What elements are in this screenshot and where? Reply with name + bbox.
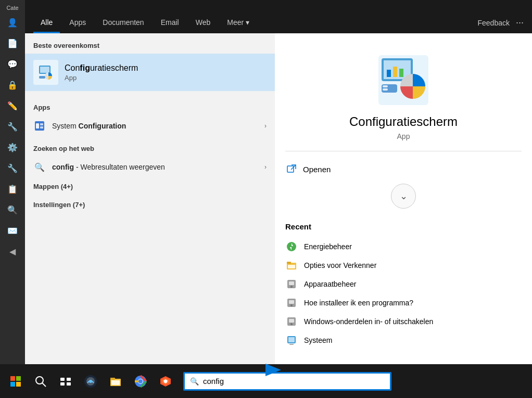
svg-rect-19 [287, 166, 294, 172]
recent-item-2[interactable]: Apparaatbeheer [285, 275, 522, 293]
svg-rect-37 [289, 344, 294, 345]
best-match-text: Configuratiescherm App [65, 63, 138, 82]
taskbar-search-bar[interactable]: 🔍 config [183, 372, 391, 391]
recent-item-text-3: Hoe installeer ik een programma? [304, 299, 413, 307]
verkenner-icon [285, 259, 298, 272]
detail-panel: Configuratiescherm App Openen ⌄ Recent [275, 33, 532, 364]
best-match-header: Beste overeenkomst [25, 33, 275, 54]
recent-item-0[interactable]: Energiebeheer [285, 237, 522, 256]
top-nav: Alle Apps Documenten Email Web Meer ▾ Fe… [25, 0, 532, 33]
svg-point-31 [290, 304, 293, 306]
system-config-item[interactable]: System Configuration › [25, 115, 275, 136]
feedback-button[interactable]: Feedback [478, 19, 510, 27]
svg-marker-60 [219, 364, 281, 376]
taskbar-search-button[interactable] [29, 370, 52, 393]
taskbar: 🔍 config [0, 364, 532, 398]
svg-rect-24 [287, 262, 291, 264]
sidebar-icon-mail[interactable]: ✉️ [4, 222, 21, 239]
installeer-icon [285, 297, 298, 309]
svg-rect-38 [10, 376, 15, 381]
tab-apps[interactable]: Apps [62, 13, 93, 33]
svg-rect-40 [10, 382, 15, 387]
open-action-text: Openen [303, 165, 331, 174]
sidebar-icon-gear[interactable]: ⚙️ [4, 139, 21, 156]
sidebar-icon-user[interactable]: 👤 [4, 14, 21, 31]
recent-item-text-1: Opties voor Verkenner [304, 261, 376, 269]
tab-web[interactable]: Web [188, 13, 218, 33]
recent-item-3[interactable]: Hoe installeer ik een programma? [285, 293, 522, 312]
task-view-button[interactable] [54, 370, 77, 393]
sidebar-icon-search[interactable]: 🔍 [4, 201, 21, 218]
svg-rect-8 [40, 126, 43, 129]
recent-item-5[interactable]: Systeem [285, 331, 522, 350]
svg-rect-30 [289, 300, 294, 304]
svg-rect-13 [387, 70, 391, 77]
svg-rect-17 [383, 85, 388, 87]
search-magnifier-icon: 🔍 [190, 377, 199, 386]
start-button[interactable] [4, 370, 27, 393]
tab-documenten[interactable]: Documenten [95, 13, 151, 33]
svg-rect-46 [60, 382, 65, 386]
svg-rect-14 [393, 67, 397, 77]
open-action[interactable]: Openen [285, 160, 522, 178]
svg-rect-4 [39, 76, 45, 79]
svg-rect-27 [289, 281, 294, 285]
sidebar-icon-chat[interactable]: 💬 [4, 56, 21, 72]
svg-rect-2 [40, 67, 49, 73]
sidebar-icon-pencil[interactable]: ✏️ [4, 97, 21, 114]
recent-item-4[interactable]: Windows-onderdelen in- of uitschakelen [285, 312, 522, 331]
energiebeheer-icon [285, 240, 298, 253]
sidebar-icon-lock[interactable]: 🔒 [4, 76, 21, 93]
svg-rect-47 [67, 382, 71, 386]
systeem-icon [285, 334, 298, 346]
detail-title: Configuratiescherm [349, 114, 458, 129]
search-arrow-indicator [219, 360, 281, 382]
svg-rect-25 [288, 265, 295, 268]
recent-item-text-4: Windows-onderdelen in- of uitschakelen [304, 317, 433, 326]
sidebar-icon-back[interactable]: ◀ [4, 243, 21, 260]
best-match-item[interactable]: Configuratiescherm App [25, 54, 275, 91]
detail-subtitle: App [397, 132, 410, 140]
chrome-button[interactable] [129, 370, 152, 393]
tab-email[interactable]: Email [154, 13, 186, 33]
recent-item-text-2: Apparaatbeheer [304, 280, 356, 288]
svg-rect-41 [16, 382, 21, 387]
sidebar-icon-tool[interactable]: 🔧 [4, 160, 21, 176]
apps-section-header: Apps [25, 95, 275, 115]
sidebar-icon-document[interactable]: 📄 [4, 35, 21, 52]
expand-button[interactable]: ⌄ [391, 184, 416, 209]
svg-rect-44 [60, 378, 65, 381]
sidebar: Cate 👤 📄 💬 🔒 ✏️ 🔧 ⚙️ 🔧 📋 🔍 ✉️ ◀ [0, 0, 25, 364]
more-options-button[interactable]: ··· [516, 17, 524, 28]
svg-line-43 [42, 383, 46, 387]
folders-section[interactable]: Mappen (4+) [25, 177, 275, 196]
recent-item-1[interactable]: Opties voor Verkenner [285, 256, 522, 275]
best-match-title: Configuratiescherm [65, 63, 138, 73]
svg-rect-53 [111, 380, 120, 385]
sidebar-icon-wrench[interactable]: 🔧 [4, 118, 21, 135]
svg-point-56 [138, 379, 143, 383]
title-suffix: uratiescherm [90, 63, 138, 72]
recent-item-text-0: Energiebeheer [304, 242, 352, 251]
onderdelen-icon [285, 315, 298, 328]
best-match-subtitle: App [65, 74, 138, 82]
steam-button[interactable] [79, 370, 102, 393]
sidebar-icon-clipboard[interactable]: 📋 [4, 181, 21, 197]
search-overlay: Alle Apps Documenten Email Web Meer ▾ Fe… [25, 0, 532, 364]
settings-section[interactable]: Instellingen (7+) [25, 196, 275, 214]
brave-button[interactable] [154, 370, 177, 393]
title-bold: fig [80, 63, 90, 72]
svg-point-42 [36, 377, 43, 384]
svg-point-28 [290, 286, 293, 288]
web-search-text: config - Webresultaten weergeven [52, 163, 264, 171]
tab-alle[interactable]: Alle [33, 13, 60, 33]
svg-rect-6 [36, 123, 39, 129]
web-search-item[interactable]: 🔍 config - Webresultaten weergeven › [25, 157, 275, 177]
web-search-header: Zoeken op het web [25, 136, 275, 157]
tab-meer[interactable]: Meer ▾ [220, 13, 257, 33]
svg-rect-52 [110, 378, 115, 380]
svg-point-34 [290, 323, 293, 325]
file-explorer-button[interactable] [104, 370, 127, 393]
web-search-arrow: › [264, 163, 267, 171]
sidebar-cate-label: Cate [0, 3, 25, 12]
